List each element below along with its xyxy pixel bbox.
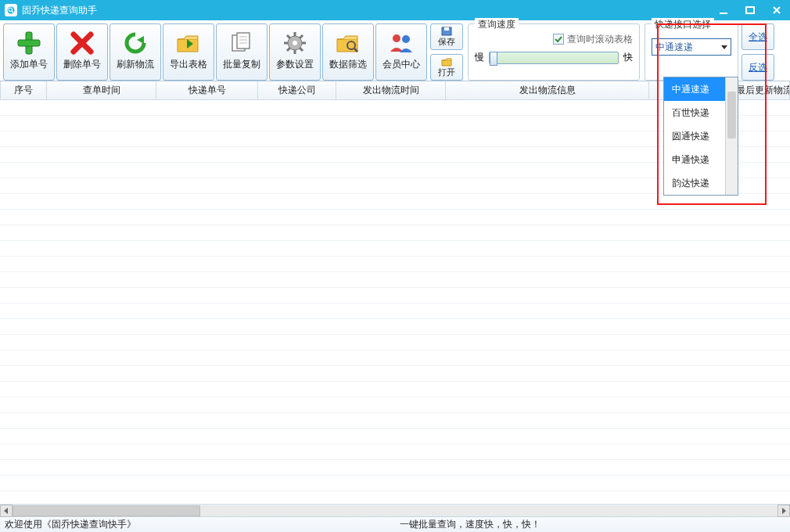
table-row[interactable] <box>0 397 790 413</box>
api-select[interactable]: 中通速递 <box>652 38 731 56</box>
col-company[interactable]: 快递公司 <box>258 81 336 99</box>
svg-point-31 <box>402 35 410 43</box>
table-row[interactable] <box>0 382 790 397</box>
select-all-button[interactable]: 全选 <box>742 23 774 50</box>
speed-legend: 查询速度 <box>475 18 519 31</box>
table-row[interactable] <box>0 444 790 460</box>
col-sendinfo[interactable]: 发出物流信息 <box>446 81 649 99</box>
api-selected-value: 中通速递 <box>655 41 693 54</box>
window-title: 固乔快递查询助手 <box>22 4 710 17</box>
svg-line-27 <box>287 48 290 51</box>
table-row[interactable] <box>0 413 790 429</box>
table-row[interactable] <box>0 429 790 444</box>
minimize-button[interactable] <box>710 0 737 20</box>
open-button[interactable]: 打开 <box>430 54 463 81</box>
speed-fast-label: 快 <box>623 51 633 64</box>
table-row[interactable] <box>0 350 790 366</box>
scroll-checkbox-label: 查询时滚动表格 <box>567 33 633 46</box>
svg-line-24 <box>287 35 290 38</box>
svg-line-25 <box>300 48 303 51</box>
people-icon <box>388 30 415 56</box>
speed-slider[interactable] <box>489 52 619 64</box>
table-row[interactable] <box>0 491 790 504</box>
table-row[interactable] <box>0 476 790 491</box>
table-row[interactable] <box>0 257 790 272</box>
save-label: 保存 <box>438 36 455 48</box>
col-trackno[interactable]: 快递单号 <box>156 81 258 99</box>
scroll-left-arrow[interactable] <box>0 505 13 517</box>
table-row[interactable] <box>0 335 790 350</box>
batch-copy-button[interactable]: 批量复制 <box>216 23 268 81</box>
folder-search-icon <box>335 30 361 56</box>
toolbar: 添加单号 删除单号 刷新物流 导出表格 批量复制 参数设置 数据筛选 会员中心 … <box>0 20 790 81</box>
svg-rect-33 <box>444 27 449 31</box>
table-row[interactable] <box>0 272 790 288</box>
table-row[interactable] <box>0 319 790 335</box>
save-icon <box>440 26 453 36</box>
svg-rect-14 <box>237 33 250 49</box>
export-button[interactable]: 导出表格 <box>163 23 214 81</box>
close-button[interactable] <box>763 0 790 20</box>
scroll-track[interactable] <box>13 505 777 516</box>
scroll-checkbox[interactable] <box>553 34 564 45</box>
svg-point-19 <box>293 41 297 45</box>
table-row[interactable] <box>0 241 790 257</box>
speed-group: 查询速度 查询时滚动表格 慢 快 <box>468 23 640 81</box>
api-dropdown[interactable]: 中通速递 百世快递 圆通快递 申通快递 韵达快递 <box>663 77 738 196</box>
table-row[interactable] <box>0 460 790 476</box>
select-all-label: 全选 <box>749 31 767 44</box>
svg-marker-11 <box>137 36 144 44</box>
svg-line-26 <box>300 35 303 38</box>
svg-point-30 <box>393 34 400 42</box>
add-button[interactable]: 添加单号 <box>3 23 55 81</box>
delete-label: 删除单号 <box>63 58 101 71</box>
scroll-right-arrow[interactable] <box>777 505 790 517</box>
col-seq[interactable]: 序号 <box>0 81 47 99</box>
table-row[interactable] <box>0 194 790 210</box>
svg-marker-34 <box>4 508 8 514</box>
maximize-button[interactable] <box>737 0 763 20</box>
horizontal-scrollbar[interactable] <box>0 504 790 516</box>
col-lastupdate[interactable]: 最后更新物流 <box>738 81 790 99</box>
chevron-down-icon <box>721 45 727 49</box>
table-row[interactable] <box>0 288 790 304</box>
plus-icon <box>16 30 42 56</box>
status-bar: 欢迎使用《固乔快递查询快手》 一键批量查询，速度快，快，快！ <box>0 516 790 532</box>
open-icon <box>440 56 453 66</box>
batch-copy-label: 批量复制 <box>223 58 260 71</box>
scroll-thumb[interactable] <box>13 505 200 516</box>
refresh-icon <box>122 30 149 56</box>
col-sendtime[interactable]: 发出物流时间 <box>336 81 446 99</box>
add-label: 添加单号 <box>10 58 48 71</box>
params-button[interactable]: 参数设置 <box>269 23 321 81</box>
params-label: 参数设置 <box>276 58 314 71</box>
delete-button[interactable]: 删除单号 <box>56 23 108 81</box>
svg-rect-8 <box>18 40 40 46</box>
x-icon <box>69 30 95 56</box>
member-label: 会员中心 <box>382 58 420 71</box>
gear-icon <box>282 30 308 56</box>
status-right: 一键批量查询，速度快，快，快！ <box>395 518 790 531</box>
speed-slow-label: 慢 <box>475 51 484 64</box>
copy-icon <box>228 30 255 56</box>
svg-marker-35 <box>782 508 786 514</box>
open-label: 打开 <box>438 66 455 78</box>
table-row[interactable] <box>0 210 790 225</box>
table-row[interactable] <box>0 366 790 382</box>
svg-rect-4 <box>746 7 754 13</box>
app-icon <box>5 4 17 16</box>
status-left: 欢迎使用《固乔快递查询快手》 <box>0 518 395 531</box>
dropdown-scrollbar[interactable] <box>725 77 738 195</box>
filter-button[interactable]: 数据筛选 <box>322 23 374 81</box>
member-button[interactable]: 会员中心 <box>375 23 427 81</box>
col-time[interactable]: 查单时间 <box>47 81 156 99</box>
api-legend: 快递接口选择 <box>652 18 714 31</box>
refresh-button[interactable]: 刷新物流 <box>110 23 161 81</box>
table-row[interactable] <box>0 225 790 241</box>
invert-select-button[interactable]: 反选 <box>742 54 774 81</box>
slider-thumb[interactable] <box>490 52 497 66</box>
save-button[interactable]: 保存 <box>430 23 463 50</box>
folder-export-icon <box>175 30 202 56</box>
export-label: 导出表格 <box>170 58 207 71</box>
table-row[interactable] <box>0 304 790 319</box>
